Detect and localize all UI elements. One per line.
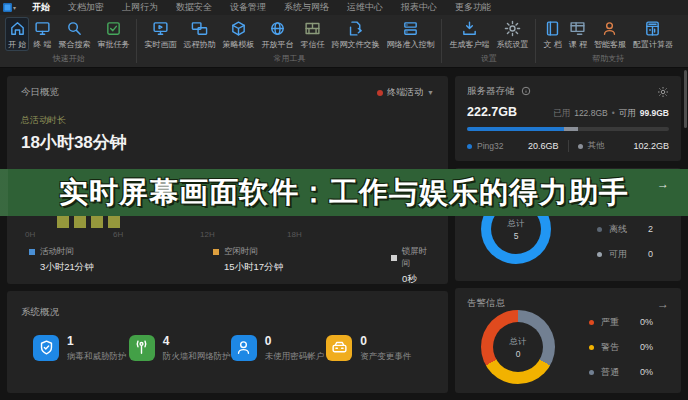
- axis-tick-label: 12H: [200, 230, 215, 239]
- ribbon-item-0-2[interactable]: 聚合搜索: [55, 17, 93, 51]
- ribbon-item-2-0[interactable]: 生成客户端: [446, 17, 492, 51]
- donut-center-value: 0: [516, 349, 521, 359]
- storage-item: Ping32 20.6GB: [467, 141, 559, 151]
- book-icon: [544, 19, 561, 38]
- alert-info-panel: 告警信息 → 总计 0 严重0%警告0%普通0%: [455, 288, 681, 393]
- ribbon-item-1-2[interactable]: 策略模板: [219, 17, 257, 51]
- ribbon-item-label: 开放平台: [261, 39, 293, 50]
- free-value: 99.9GB: [640, 108, 669, 118]
- storage-item-label: 其他: [588, 140, 605, 152]
- ribbon-item-1-6[interactable]: 网络准入控制: [383, 17, 437, 51]
- app-logo-button[interactable]: ▾: [3, 3, 23, 12]
- used-label: 已用: [553, 108, 570, 120]
- antenna-icon: [129, 335, 155, 361]
- chevron-down-icon: ▼: [427, 89, 434, 96]
- divider: [441, 19, 442, 63]
- system-stat-0: 1病毒和威胁防护: [33, 335, 129, 363]
- arrow-right-icon[interactable]: →: [657, 179, 669, 189]
- legend-label: 锁屏时间: [402, 246, 434, 270]
- gear-icon[interactable]: [657, 86, 669, 98]
- donut-center-label: 总计: [510, 336, 527, 348]
- menu-item-3[interactable]: 数据安全: [167, 0, 221, 15]
- legend-dot-icon: [589, 345, 594, 350]
- menu-item-5[interactable]: 系统与网络: [275, 0, 338, 15]
- monitor-icon: [34, 19, 51, 38]
- menu-item-4[interactable]: 设备管理: [221, 0, 275, 15]
- globe-icon: [269, 19, 286, 38]
- ribbon-item-3-1[interactable]: 课 程: [566, 17, 590, 51]
- stat-value: 0: [265, 335, 325, 347]
- banner-text: 实时屏幕画面软件：工作与娱乐的得力助手: [59, 173, 629, 213]
- stat-value: 4: [163, 335, 231, 347]
- menu-item-2[interactable]: 上网行为: [113, 0, 167, 15]
- ribbon-toolbar: 开 始终 端聚合搜索审批任务快速开始实时画面远程协助策略模板开放平台零信任跨网文…: [0, 15, 688, 68]
- menu-item-1[interactable]: 文档加密: [59, 0, 113, 15]
- ribbon-item-1-1[interactable]: 远程协助: [180, 17, 218, 51]
- divider: [136, 19, 137, 63]
- ribbon-item-label: 零信任: [300, 39, 324, 50]
- home-icon: [9, 19, 26, 38]
- ribbon-item-2-1[interactable]: 系统设置: [493, 17, 531, 51]
- scrollbar-thumb[interactable]: [684, 70, 687, 128]
- server-storage-panel: 服务器存储 222.7GB 已用 122.8GB • 可用 99.9GB: [455, 76, 681, 161]
- ribbon-group-3: 文 档课 程智能客服配置计算器帮助支持: [537, 15, 678, 67]
- system-stat-1: 4防火墙和网络防护: [129, 335, 231, 363]
- wall-icon: [304, 19, 321, 38]
- ribbon-item-3-0[interactable]: 文 档: [540, 17, 564, 51]
- ribbon-item-0-3[interactable]: 审批任务: [94, 17, 132, 51]
- ribbon-item-label: 生成客户端: [449, 39, 489, 50]
- legend-label: 普通: [601, 366, 619, 379]
- ribbon-item-label: 跨网文件交换: [331, 39, 379, 50]
- ribbon-group-2: 生成客户端系统设置设置: [443, 15, 534, 67]
- legend-dot-icon: [597, 252, 602, 257]
- terminal-activity-filter[interactable]: 终端活动 ▼: [377, 86, 434, 99]
- divider: [568, 140, 569, 152]
- ribbon-item-0-0[interactable]: 开 始: [5, 17, 29, 51]
- ribbon-item-1-5[interactable]: 跨网文件交换: [328, 17, 382, 51]
- menu-item-7[interactable]: 报表中心: [392, 0, 446, 15]
- ribbon-item-1-4[interactable]: 零信任: [297, 17, 327, 51]
- menu-item-0[interactable]: 开始: [23, 0, 59, 15]
- server-icon: [402, 19, 419, 38]
- ribbon-group-label: 设置: [446, 52, 531, 67]
- ribbon-item-0-1[interactable]: 终 端: [30, 17, 54, 51]
- info-icon: [521, 86, 531, 96]
- ribbon-item-label: 课 程: [569, 39, 587, 50]
- arrow-right-icon[interactable]: →: [657, 299, 669, 309]
- legend-dot-icon: [589, 320, 594, 325]
- stat-label: 未使用密码帐户: [265, 351, 325, 363]
- panel-title: 系统概况: [21, 306, 59, 317]
- system-stat-3: 0资产变更事件: [326, 335, 422, 363]
- legend-value: 3小时21分钟: [40, 261, 94, 274]
- legend-label: 离线: [609, 223, 627, 236]
- approve-icon: [105, 19, 122, 38]
- file-exchange-icon: [347, 19, 364, 38]
- filter-label: 终端活动: [387, 86, 423, 99]
- divider: [535, 19, 536, 63]
- menu-item-8[interactable]: 更多功能: [446, 0, 500, 15]
- stat-label: 病毒和威胁防护: [67, 351, 127, 363]
- ribbon-item-1-0[interactable]: 实时画面: [141, 17, 179, 51]
- search-icon: [66, 19, 83, 38]
- ribbon-item-label: 远程协助: [183, 39, 215, 50]
- ribbon-item-label: 配置计算器: [633, 39, 673, 50]
- ribbon-item-3-2[interactable]: 智能客服: [591, 17, 629, 51]
- ribbon-group-1: 实时画面远程协助策略模板开放平台零信任跨网文件交换网络准入控制常用工具: [138, 15, 440, 67]
- user-icon: [231, 335, 257, 361]
- metric-label: 总活动时长: [21, 114, 434, 127]
- ribbon-group-label: 帮助支持: [540, 52, 675, 67]
- storage-other-segment: [564, 127, 578, 131]
- legend-dot-icon: [589, 370, 594, 375]
- legend-item-2: 锁屏时间0秒: [391, 246, 434, 286]
- chart-axis: 0H6H12H18H: [21, 230, 434, 242]
- panel-title: 服务器存储: [467, 85, 515, 96]
- ribbon-item-1-3[interactable]: 开放平台: [258, 17, 296, 51]
- storage-item-label: Ping32: [477, 141, 503, 151]
- ribbon-item-label: 智能客服: [594, 39, 626, 50]
- storage-progress-bar: [467, 127, 669, 131]
- donut-center-value: 5: [514, 231, 519, 241]
- storage-used-segment: [467, 127, 564, 131]
- ribbon-item-3-3[interactable]: 配置计算器: [630, 17, 676, 51]
- ribbon-item-label: 系统设置: [496, 39, 528, 50]
- menu-item-6[interactable]: 运维中心: [338, 0, 392, 15]
